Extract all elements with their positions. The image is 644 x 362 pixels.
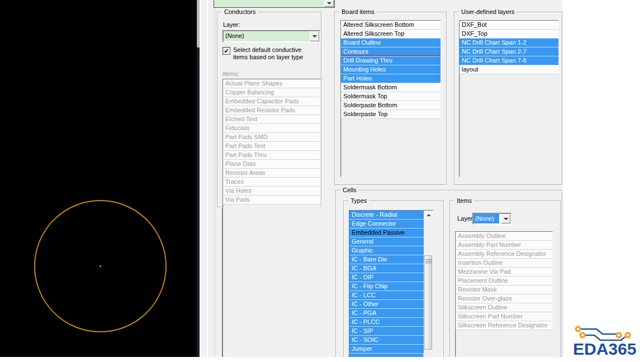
cell-types-list[interactable]: Discrete - RadialEdge ConnectorEmbedded … — [349, 210, 434, 357]
list-item[interactable]: Embedded Capacitor Pads — [223, 97, 320, 106]
list-item[interactable]: Embedded Resistor Pads — [223, 106, 320, 115]
list-item-label: Jumper — [352, 345, 372, 352]
list-item-label: Embedded Resistor Pads — [225, 107, 295, 113]
list-item[interactable]: Placement Outline — [456, 277, 552, 285]
list-item[interactable]: Silkscreen Reference Designator — [456, 321, 552, 330]
scroll-up-button[interactable] — [424, 211, 433, 219]
list-item[interactable]: IC - DIP — [349, 273, 424, 282]
list-item[interactable]: IC - Bare Die — [349, 255, 424, 264]
list-item[interactable]: Silkscreen Outline — [456, 303, 552, 312]
list-item[interactable]: Resistor Areas — [223, 169, 320, 178]
list-item[interactable]: IC - BGA — [349, 264, 424, 273]
list-item[interactable]: Mounting Holes — [341, 65, 441, 74]
list-item[interactable]: Resistor Mask — [456, 285, 552, 294]
list-item[interactable]: DXF_Bot — [460, 21, 558, 30]
list-item[interactable]: IC - Other — [349, 300, 424, 309]
list-item[interactable]: Via Holes — [223, 187, 320, 196]
list-item-label: Embedded Capacitor Pads — [225, 98, 299, 104]
list-item[interactable]: Jumper — [349, 345, 424, 354]
list-item[interactable]: Mezzanine Via Pad — [456, 268, 552, 277]
scrollbar-thumb[interactable] — [424, 255, 432, 350]
list-item[interactable]: IC - SIP — [349, 327, 424, 336]
list-item[interactable]: Altered Silkscreen Bottom — [341, 21, 441, 30]
list-item[interactable]: Assembly Outline — [456, 232, 552, 241]
top-layer-combobox[interactable] — [214, 0, 335, 8]
list-item-label: General — [352, 238, 373, 245]
list-item-label: Solderpaste Bottom — [343, 102, 397, 108]
list-item[interactable]: IC - PLCC — [349, 318, 424, 327]
list-item[interactable]: Solderpaste Bottom — [341, 101, 441, 110]
list-item[interactable]: Discrete - Radial — [349, 211, 424, 220]
scrollbar-thumb[interactable] — [197, 0, 200, 47]
board-items-list[interactable]: Altered Silkscreen BottomAltered Silkscr… — [340, 20, 441, 177]
chevron-down-icon[interactable] — [310, 31, 319, 41]
list-item[interactable]: NC Drill Chart Span 2-7 — [460, 47, 558, 56]
list-item[interactable]: NC Drill Chart Span 7-8 — [460, 56, 558, 65]
list-item[interactable]: Fiducials — [223, 124, 320, 133]
list-item[interactable]: General — [349, 237, 424, 246]
cell-items-list[interactable]: Assembly OutlineAssembly Part NumberAsse… — [455, 231, 553, 357]
conductors-items-list[interactable]: Actual Plane ShapesCopper BalancingEmbed… — [222, 79, 321, 208]
types-list-scrollbar[interactable] — [423, 211, 433, 357]
chevron-down-icon[interactable] — [324, 0, 334, 7]
list-item[interactable]: Altered Silkscreen Top — [341, 30, 441, 39]
list-item[interactable]: Contours — [341, 47, 441, 56]
list-item-label: Resistor Areas — [225, 169, 266, 176]
logo-text: EDA365 — [573, 340, 636, 358]
list-item-label: Resistor Over-glaze — [458, 295, 512, 302]
list-item[interactable]: Via Pads — [223, 196, 320, 204]
list-item[interactable]: Drill Drawing Thru — [341, 56, 441, 65]
list-item[interactable]: Embedded Passive — [349, 228, 424, 237]
pcb-canvas[interactable] — [0, 0, 197, 357]
list-item[interactable]: IC - LCC — [349, 291, 424, 300]
list-item[interactable]: IC - Flip Chip — [349, 282, 424, 291]
cells-group: Cells Types Discrete - RadialEdge Connec… — [335, 190, 562, 357]
list-item[interactable]: Part Pads Test — [223, 142, 320, 151]
user-defined-layers-list[interactable]: DXF_BotDXF_TopNC Drill Chart Span 1-2NC … — [459, 20, 559, 177]
list-item[interactable]: Board Outline — [341, 39, 441, 47]
list-item[interactable]: IC - SOIC — [349, 336, 424, 345]
list-item-label: NC Drill Chart Span 7-8 — [462, 57, 527, 64]
list-item-label: IC - Flip Chip — [352, 283, 387, 289]
list-item[interactable]: Etched Text — [223, 115, 320, 124]
list-item-label: IC - BGA — [352, 265, 376, 272]
list-item[interactable]: Part Pads SMD — [223, 133, 320, 142]
list-item-label: NC Drill Chart Span 2-7 — [462, 48, 527, 55]
list-item[interactable]: Insertion Outline — [456, 259, 552, 268]
list-item[interactable]: IC - PGA — [349, 309, 424, 318]
list-item[interactable]: DXF_Top — [460, 30, 558, 39]
list-item[interactable]: Soldermask Bottom — [341, 83, 441, 92]
list-item[interactable]: Copper Balancing — [223, 88, 320, 97]
scrollbar-grip-icon — [425, 259, 432, 264]
list-item-label: IC - SIP — [352, 327, 373, 334]
list-item[interactable]: layout — [460, 65, 558, 74]
list-item[interactable]: Solderpaste Top — [341, 110, 441, 119]
list-item[interactable]: Plane Data — [223, 160, 320, 169]
list-item-label: NC Drill Chart Span 1-2 — [462, 39, 527, 46]
vertical-scrollbar[interactable] — [197, 0, 200, 357]
default-conductive-checkbox[interactable] — [222, 47, 230, 55]
list-item[interactable]: Soldermask Top — [341, 92, 441, 101]
list-item[interactable]: Resistor Over-glaze — [456, 294, 552, 303]
group-title: Cells — [340, 187, 358, 194]
list-item[interactable]: Actual Plane Shapes — [223, 79, 320, 88]
list-item-label: Silkscreen Reference Designator — [458, 322, 548, 328]
list-item[interactable]: Assembly Part Number — [456, 241, 552, 250]
list-item[interactable]: Graphic — [349, 246, 424, 255]
list-item[interactable]: Part Pads Thru — [223, 151, 320, 160]
conductors-layer-combobox[interactable]: (None) — [222, 30, 320, 42]
list-item-label: layout — [462, 66, 478, 73]
list-item[interactable]: Assembly Reference Designator — [456, 250, 552, 259]
list-item[interactable]: NC Drill Chart Span 1-2 — [460, 39, 558, 47]
cell-items-layer-combobox[interactable]: (None) — [472, 213, 512, 225]
list-item[interactable]: Edge Connector — [349, 220, 424, 228]
chevron-down-icon[interactable] — [501, 214, 510, 223]
list-item-label: Edge Connector — [352, 220, 396, 227]
list-item-label: IC - Other — [352, 301, 378, 307]
cell-types-group: Types Discrete - RadialEdge ConnectorEmb… — [343, 201, 444, 357]
list-item[interactable]: Silkscreen Part Number — [456, 312, 552, 321]
list-item[interactable]: Traces — [223, 178, 320, 187]
list-item[interactable]: Part Holes — [341, 74, 441, 83]
items-label: Items: — [222, 70, 239, 78]
list-item-label: IC - PLCC — [352, 318, 380, 325]
